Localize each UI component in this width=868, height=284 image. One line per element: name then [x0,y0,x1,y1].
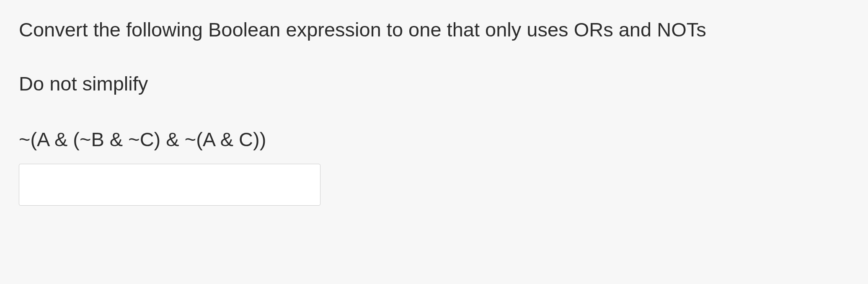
answer-input[interactable] [19,164,320,206]
question-prompt-line1: Convert the following Boolean expression… [19,17,849,42]
question-prompt-line2: Do not simplify [19,71,849,96]
boolean-expression: ~(A & (~B & ~C) & ~(A & C)) [19,127,849,152]
